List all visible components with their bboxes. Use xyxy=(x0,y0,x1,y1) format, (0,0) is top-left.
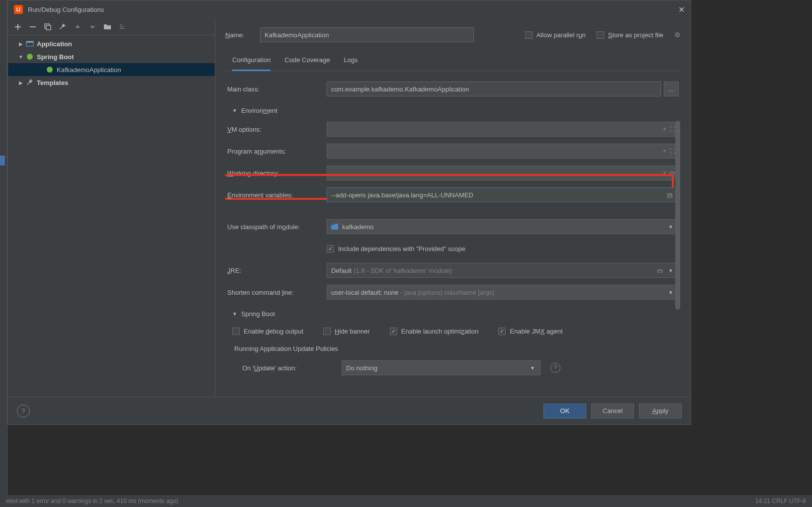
hide-banner-checkbox[interactable]: Hide banner xyxy=(323,328,370,335)
checkbox-icon xyxy=(327,245,334,253)
dialog-body: ▶ Application ▼ Spring Boot KafkademoApp… xyxy=(8,18,691,424)
main-class-input[interactable] xyxy=(327,82,661,96)
working-dir-row: Working directory: +🗁 xyxy=(227,162,679,184)
working-dir-label: Working directory: xyxy=(227,169,327,177)
expand-icon[interactable]: ⛶ xyxy=(669,148,675,155)
up-button[interactable] xyxy=(71,20,85,33)
sidebar-toolbar xyxy=(8,18,215,35)
name-label: Name: xyxy=(225,31,251,39)
name-row: Name: Allow parallel run Store as projec… xyxy=(225,27,681,42)
program-args-input[interactable]: +⛶ xyxy=(327,144,679,159)
enable-jmx-checkbox[interactable]: Enable JMX agent xyxy=(498,328,562,335)
add-icon[interactable]: + xyxy=(663,148,666,155)
tree-item-kafkademo[interactable]: KafkademoApplication xyxy=(8,63,215,76)
chevron-down-icon: ▼ xyxy=(668,290,673,295)
tab-code-coverage[interactable]: Code Coverage xyxy=(284,51,330,71)
dialog-title: Run/Debug Configurations xyxy=(28,6,678,13)
vm-options-row: VM options: +⛶ xyxy=(227,118,679,140)
on-update-row: On 'Update' action: Do nothing ▼ ? xyxy=(227,358,679,375)
environment-section-header[interactable]: ▼ Environment xyxy=(227,100,679,118)
help-button[interactable]: ? xyxy=(17,405,30,418)
chevron-down-icon: ▼ xyxy=(232,311,237,317)
chevron-down-icon: ▼ xyxy=(668,224,673,230)
wrench-icon xyxy=(26,79,34,86)
env-vars-label: Environment variables: xyxy=(227,191,327,199)
close-icon[interactable]: ✕ xyxy=(678,5,685,14)
run-debug-configurations-dialog: IJ Run/Debug Configurations ✕ ▶ xyxy=(7,0,691,425)
enable-launch-opt-checkbox[interactable]: Enable launch optimization xyxy=(390,328,478,335)
working-dir-input[interactable]: +🗁 xyxy=(327,166,679,180)
on-update-select[interactable]: Do nothing ▼ xyxy=(342,360,541,375)
jre-row: JRE: Default (1.8 - SDK of 'kafkademo' m… xyxy=(227,259,679,281)
chevron-down-icon: ▼ xyxy=(530,365,535,371)
expand-icon[interactable]: ⛶ xyxy=(669,126,675,133)
tree-label: Application xyxy=(37,40,72,48)
tree-item-templates[interactable]: ▶ Templates xyxy=(8,76,215,89)
include-provided-checkbox[interactable]: Include dependencies with "Provided" sco… xyxy=(327,245,465,253)
configuration-form: Main class: ... ▼ Environment VM options… xyxy=(225,71,681,397)
browse-button[interactable]: ... xyxy=(664,82,679,96)
list-icon[interactable]: ▤ xyxy=(667,191,673,199)
shorten-value: user-local default: none xyxy=(331,289,398,296)
enable-debug-label: Enable debug output xyxy=(244,328,303,335)
include-provided-label: Include dependencies with "Provided" sco… xyxy=(338,245,465,253)
shorten-label: Shorten command line: xyxy=(227,289,327,296)
cancel-button[interactable]: Cancel xyxy=(591,404,634,419)
add-button[interactable] xyxy=(11,20,25,33)
tree-label: Spring Boot xyxy=(37,53,74,61)
gutter-marker xyxy=(0,156,5,166)
environment-section-label: Environment xyxy=(241,107,277,114)
name-input[interactable] xyxy=(260,27,474,42)
folder-icon[interactable]: 🗁 xyxy=(669,169,675,176)
tree-item-spring-boot[interactable]: ▼ Spring Boot xyxy=(8,50,215,63)
intellij-icon: IJ xyxy=(14,5,23,14)
application-icon xyxy=(26,40,34,48)
ok-button[interactable]: OK xyxy=(543,404,586,419)
classpath-value: kafkademo xyxy=(342,223,374,231)
copy-button[interactable] xyxy=(41,20,55,33)
shorten-select[interactable]: user-local default: none - java [options… xyxy=(327,285,679,300)
chevron-down-icon: ▼ xyxy=(232,108,237,113)
main-class-label: Main class: xyxy=(227,85,327,93)
help-icon[interactable]: ? xyxy=(550,363,560,373)
tab-logs[interactable]: Logs xyxy=(344,51,358,71)
wrench-button[interactable] xyxy=(56,20,70,33)
chevron-right-icon: ▶ xyxy=(17,80,25,85)
env-vars-input[interactable] xyxy=(327,187,679,202)
spring-boot-section-label: Spring Boot xyxy=(241,310,275,318)
vm-options-input[interactable]: +⛶ xyxy=(327,122,679,137)
main-panel: Name: Allow parallel run Store as projec… xyxy=(215,18,691,397)
checkbox-icon xyxy=(323,328,331,335)
svg-point-5 xyxy=(47,67,53,73)
store-as-file-checkbox[interactable]: Store as project file xyxy=(597,31,663,39)
allow-parallel-checkbox[interactable]: Allow parallel run xyxy=(525,31,586,39)
tree-item-application[interactable]: ▶ Application xyxy=(8,37,215,50)
tab-configuration[interactable]: Configuration xyxy=(232,51,271,71)
main-class-row: Main class: ... xyxy=(227,78,679,100)
jre-select[interactable]: Default (1.8 - SDK of 'kafkademo' module… xyxy=(327,263,679,278)
shorten-hint: - java [options] className [args] xyxy=(400,289,494,296)
program-args-label: Program arguments: xyxy=(227,148,327,155)
content-row: ▶ Application ▼ Spring Boot KafkademoApp… xyxy=(8,18,691,397)
scrollbar-thumb[interactable] xyxy=(675,121,680,310)
folder-icon[interactable]: 🗁 xyxy=(657,267,663,274)
spring-boot-section-header[interactable]: ▼ Spring Boot xyxy=(227,303,679,322)
classpath-row: Use classpath of module: kafkademo ▼ xyxy=(227,216,679,238)
program-args-row: Program arguments: +⛶ xyxy=(227,140,679,162)
classpath-select[interactable]: kafkademo ▼ xyxy=(327,219,679,234)
folder-button[interactable] xyxy=(100,20,114,33)
remove-button[interactable] xyxy=(26,20,40,33)
sort-button[interactable] xyxy=(115,20,129,33)
allow-parallel-label: Allow parallel run xyxy=(537,31,586,39)
status-message: eted with 1 error and 0 warnings in 2 se… xyxy=(6,498,178,505)
add-icon[interactable]: + xyxy=(663,126,666,133)
hide-banner-label: Hide banner xyxy=(335,328,370,335)
gear-icon[interactable]: ⚙ xyxy=(674,31,681,39)
apply-button[interactable]: Apply xyxy=(639,404,682,419)
chevron-down-icon: ▼ xyxy=(668,268,673,273)
enable-debug-checkbox[interactable]: Enable debug output xyxy=(232,328,303,335)
down-button[interactable] xyxy=(86,20,99,33)
svg-point-4 xyxy=(27,54,33,60)
spring-icon xyxy=(26,53,34,61)
add-icon[interactable]: + xyxy=(663,169,666,176)
